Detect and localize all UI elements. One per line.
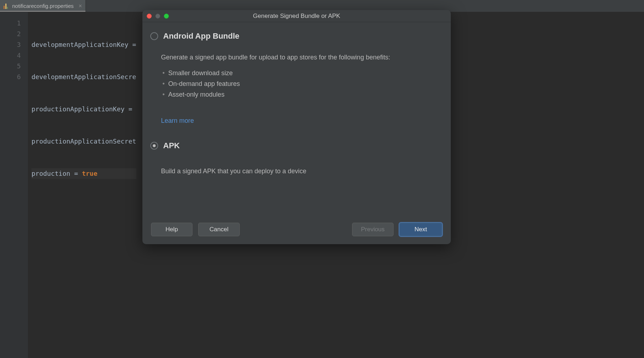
list-item: Smaller download size <box>162 68 439 78</box>
code-line: developmentApplicationSecre <box>31 72 136 82</box>
close-icon[interactable]: × <box>79 3 82 9</box>
window-controls <box>142 14 169 19</box>
tab-filename: notificareconfig.properties <box>12 3 74 9</box>
line-number: 3 <box>0 39 21 50</box>
close-window-icon[interactable] <box>147 14 152 19</box>
option-android-app-bundle[interactable]: Android App Bundle <box>150 32 439 41</box>
properties-file-icon <box>4 3 9 9</box>
dialog-footer: Help Cancel Previous Next <box>142 216 451 244</box>
bundle-benefits-list: Smaller download size On-demand app feat… <box>161 68 439 100</box>
code-line: developmentApplicationKey = <box>31 39 136 50</box>
list-item: On-demand app features <box>162 78 439 89</box>
minimize-window-icon[interactable] <box>155 14 160 19</box>
editor-tab[interactable]: notificareconfig.properties × <box>0 0 86 12</box>
zoom-window-icon[interactable] <box>164 14 169 19</box>
dialog-body: Android App Bundle Generate a signed app… <box>142 22 451 216</box>
learn-more-link[interactable]: Learn more <box>161 117 194 125</box>
code-line: productionApplicationKey = <box>31 104 136 115</box>
bundle-details: Generate a signed app bundle for upload … <box>150 54 439 125</box>
help-button[interactable]: Help <box>151 223 192 236</box>
bundle-description: Generate a signed app bundle for upload … <box>161 54 439 61</box>
previous-button: Previous <box>352 223 394 236</box>
apk-description: Build a signed APK that you can deploy t… <box>150 168 439 175</box>
code-line: production = true <box>31 168 136 179</box>
option-apk[interactable]: APK <box>150 141 439 150</box>
list-item: Asset-only modules <box>162 89 439 100</box>
cancel-button[interactable]: Cancel <box>198 223 240 236</box>
line-number: 6 <box>0 72 21 82</box>
line-number: 1 <box>0 18 21 29</box>
line-number: 4 <box>0 50 21 61</box>
code-content[interactable]: developmentApplicationKey = developmentA… <box>28 12 136 358</box>
dialog-titlebar[interactable]: Generate Signed Bundle or APK <box>142 10 451 22</box>
dialog-title: Generate Signed Bundle or APK <box>142 13 451 20</box>
radio-icon[interactable] <box>150 32 158 40</box>
line-number: 2 <box>0 29 21 39</box>
radio-label: Android App Bundle <box>163 32 239 41</box>
radio-label: APK <box>163 141 180 150</box>
radio-icon[interactable] <box>150 142 158 150</box>
next-button[interactable]: Next <box>399 223 442 236</box>
line-number-gutter: 1 2 3 4 5 6 <box>0 12 28 358</box>
generate-signed-dialog: Generate Signed Bundle or APK Android Ap… <box>142 10 451 244</box>
line-number: 5 <box>0 61 21 72</box>
code-line: productionApplicationSecret <box>31 136 136 147</box>
